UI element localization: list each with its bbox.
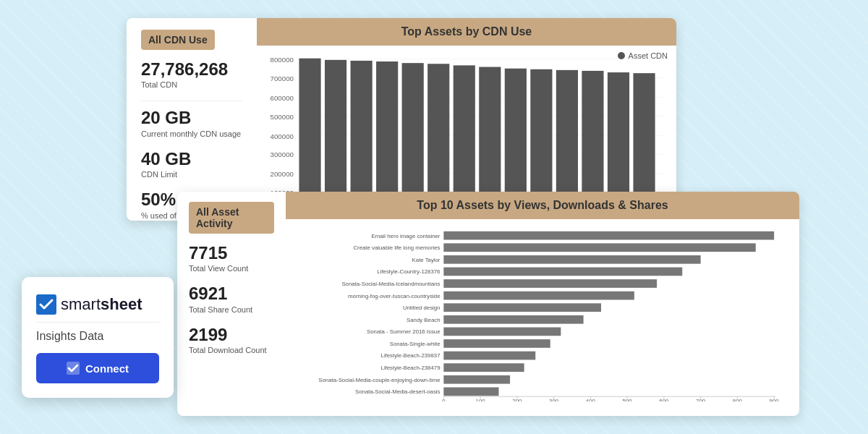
cdn-bar-chart-svg: 800000 700000 600000 500000 400000 30000… — [264, 53, 669, 212]
bar-4 — [376, 61, 398, 205]
svg-text:800: 800 — [733, 398, 743, 401]
svg-text:900: 900 — [770, 398, 780, 401]
svg-text:400: 400 — [586, 398, 596, 401]
cdn-chart-legend: Asset CDN — [618, 51, 668, 60]
cdn-total-label: Total CDN — [141, 80, 242, 89]
cdn-total-value: 27,786,268 — [141, 60, 242, 79]
cdn-stat-total: 27,786,268 Total CDN — [141, 60, 242, 89]
cdn-bar-chart: Asset CDN 800000 700000 600000 500000 40… — [257, 46, 676, 212]
svg-text:Sonata - Summer 2016 Issue: Sonata - Summer 2016 Issue — [367, 328, 440, 335]
svg-text:500: 500 — [623, 398, 633, 401]
svg-text:Lifestyle-Beach-238479: Lifestyle-Beach-238479 — [381, 365, 441, 371]
bar-13 — [608, 72, 629, 205]
smartsheet-icon — [36, 294, 56, 315]
svg-text:700000: 700000 — [271, 75, 294, 82]
hbar-7 — [443, 303, 601, 312]
hbar-11 — [443, 352, 535, 360]
activity-views-label: Total View Count — [189, 264, 274, 273]
svg-text:600000: 600000 — [271, 94, 294, 102]
hbar-12 — [443, 363, 524, 372]
legend-label: Asset CDN — [629, 51, 668, 60]
svg-text:Kate Taylor: Kate Taylor — [412, 257, 441, 263]
cdn-chart-title: Top Assets by CDN Use — [257, 18, 676, 46]
activity-views-value: 7715 — [189, 244, 274, 263]
cdn-chart-section: Top Assets by CDN Use Asset CDN 800000 7… — [257, 18, 676, 221]
cdn-monthly-label: Current monthly CDN usage — [141, 129, 242, 138]
activity-stat-shares: 6921 Total Share Count — [189, 284, 274, 313]
svg-text:100: 100 — [476, 398, 486, 401]
svg-text:0: 0 — [442, 398, 446, 401]
smartsheet-logo: smartsheet — [36, 294, 159, 315]
svg-text:Sandy Beach: Sandy Beach — [407, 317, 440, 323]
hbar-13 — [443, 375, 510, 384]
hbar-8 — [443, 315, 583, 324]
hbar-5 — [443, 279, 657, 288]
bar-11 — [556, 70, 578, 205]
cdn-limit-label: CDN Limit — [141, 170, 242, 179]
activity-stats-section: All Asset Activity 7715 Total View Count… — [177, 192, 286, 416]
activity-panel: All Asset Activity 7715 Total View Count… — [177, 192, 799, 416]
ss-name-light: smart — [61, 295, 101, 313]
cdn-stats-section: All CDN Use 27,786,268 Total CDN 20 GB C… — [127, 18, 257, 221]
hbar-2 — [443, 243, 755, 252]
cdn-stat-limit: 40 GB CDN Limit — [141, 150, 242, 179]
hbar-1 — [443, 231, 774, 240]
svg-text:800000: 800000 — [271, 56, 294, 64]
activity-shares-label: Total Share Count — [189, 305, 274, 314]
smartsheet-name: smartsheet — [61, 295, 142, 314]
svg-text:morning-fog-over-tuscan-countr: morning-fog-over-tuscan-countryside — [348, 293, 440, 299]
svg-text:Sonata-Social-Media-Icelandmou: Sonata-Social-Media-Icelandmountians — [341, 281, 440, 287]
activity-shares-value: 6921 — [189, 284, 274, 303]
svg-text:700: 700 — [696, 398, 706, 401]
hbar-6 — [443, 292, 634, 300]
bar-7 — [454, 65, 475, 205]
activity-stat-views: 7715 Total View Count — [189, 244, 274, 273]
cdn-monthly-value: 20 GB — [141, 109, 242, 127]
activity-downloads-value: 2199 — [189, 326, 274, 344]
bar-6 — [427, 64, 449, 205]
bar-3 — [351, 61, 373, 205]
connect-button-icon — [67, 362, 80, 375]
svg-text:600: 600 — [659, 398, 669, 401]
cdn-section-label: All CDN Use — [141, 30, 215, 50]
hbar-14 — [443, 387, 498, 396]
activity-chart-section: Top 10 Assets by Views, Downloads & Shar… — [286, 192, 799, 416]
hbar-10 — [443, 339, 550, 348]
svg-text:300000: 300000 — [271, 150, 294, 158]
smartsheet-subtitle: Insights Data — [36, 330, 159, 343]
activity-section-label: All Asset Activity — [189, 202, 274, 234]
svg-text:Sonata-Social-Media-couple-enj: Sonata-Social-Media-couple-enjoying-down… — [318, 377, 440, 383]
svg-text:400000: 400000 — [271, 132, 294, 140]
activity-downloads-label: Total Download Count — [189, 346, 274, 354]
bar-1 — [299, 59, 320, 206]
svg-text:Lifestyle-Country-128376: Lifestyle-Country-128376 — [377, 268, 440, 275]
bar-9 — [505, 69, 527, 206]
cdn-stat-monthly: 20 GB Current monthly CDN usage — [141, 109, 242, 137]
svg-text:200: 200 — [512, 398, 522, 401]
svg-text:Untitled design: Untitled design — [403, 305, 441, 311]
bar-2 — [325, 60, 346, 205]
svg-text:Email hero image container: Email hero image container — [372, 233, 441, 239]
bar-14 — [633, 73, 655, 205]
cdn-panel: All CDN Use 27,786,268 Total CDN 20 GB C… — [127, 18, 676, 221]
bar-10 — [530, 69, 552, 205]
svg-text:300: 300 — [549, 398, 559, 401]
bar-8 — [479, 67, 501, 206]
hbar-4 — [443, 268, 682, 276]
hbar-9 — [443, 328, 561, 336]
svg-text:Sonata-Single-white: Sonata-Single-white — [390, 341, 441, 347]
activity-chart-title: Top 10 Assets by Views, Downloads & Shar… — [286, 192, 799, 219]
svg-text:Create valuable life long memo: Create valuable life long memories — [353, 244, 440, 251]
svg-text:200000: 200000 — [271, 170, 294, 178]
ss-name-bold: sheet — [101, 295, 142, 313]
connect-button-label: Connect — [85, 362, 129, 375]
cdn-limit-value: 40 GB — [141, 150, 242, 169]
activity-stat-downloads: 2199 Total Download Count — [189, 326, 274, 354]
smartsheet-card: smartsheet Insights Data Connect — [22, 277, 174, 398]
connect-button[interactable]: Connect — [36, 353, 159, 383]
hbar-3 — [443, 255, 700, 264]
main-container: All CDN Use 27,786,268 Total CDN 20 GB C… — [0, 0, 868, 434]
bar-12 — [582, 71, 603, 205]
svg-text:500000: 500000 — [271, 113, 294, 121]
card-divider — [36, 322, 159, 323]
